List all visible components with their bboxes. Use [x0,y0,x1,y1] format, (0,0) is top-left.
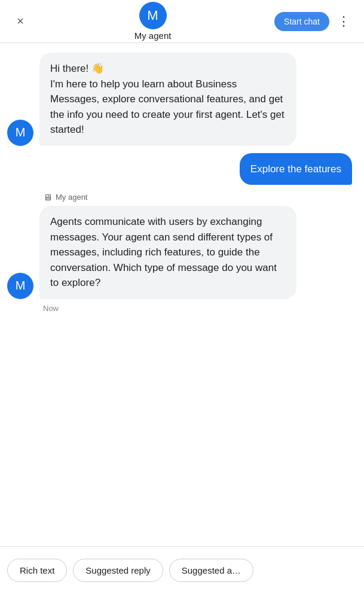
message-bubble: Explore the features [240,153,352,185]
more-icon: ⋮ [337,14,351,29]
message-row: M Hi there! 👋 I'm here to help you learn… [7,53,357,146]
message-bubble: Agents communicate with users by exchang… [39,206,296,299]
more-options-button[interactable]: ⋮ [333,11,354,32]
header-right: Start chat ⋮ [274,11,354,32]
message-row: M Agents communicate with users by excha… [7,206,357,299]
header-left: × [10,11,31,32]
message-row: Explore the features [7,153,357,185]
chip-suggested-reply[interactable]: Suggested reply [73,559,163,582]
agent-icon: 🖥 [43,192,52,202]
header-center: M My agent [31,2,274,41]
header: × M My agent Start chat ⋮ [0,0,364,43]
message-bubble: Hi there! 👋 I'm here to help you learn a… [39,53,296,146]
avatar: M [139,2,167,29]
chip-rich-text[interactable]: Rich text [7,559,67,582]
chips-area: Rich text Suggested reply Suggested a… [0,546,364,594]
agent-label: 🖥 My agent [7,192,357,202]
chat-area: M Hi there! 👋 I'm here to help you learn… [0,43,364,546]
avatar: M [7,120,33,146]
header-title: My agent [134,31,172,41]
close-button[interactable]: × [10,11,31,32]
agent-name: My agent [56,193,87,202]
close-icon: × [17,14,24,28]
start-chat-button[interactable]: Start chat [274,12,329,31]
avatar: M [7,273,33,299]
chip-suggested-action[interactable]: Suggested a… [169,559,253,582]
timestamp: Now [7,304,357,313]
